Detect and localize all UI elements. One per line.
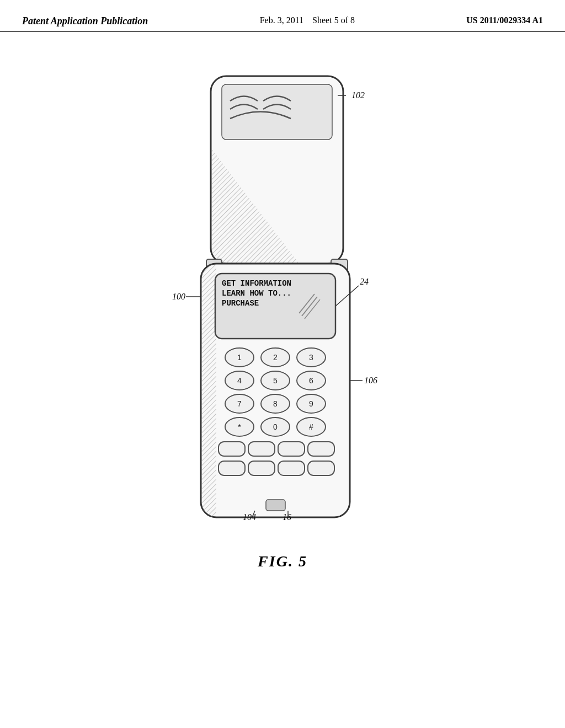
- main-content: GET INFORMATION LEARN HOW TO... PURCHASE…: [0, 32, 565, 561]
- phone-drawing-svg: GET INFORMATION LEARN HOW TO... PURCHASE…: [167, 65, 398, 561]
- svg-text:9: 9: [309, 399, 313, 408]
- svg-text:GET INFORMATION: GET INFORMATION: [222, 279, 291, 288]
- svg-text:1: 1: [237, 353, 242, 362]
- svg-rect-41: [218, 442, 245, 456]
- publication-title: Patent Application Publication: [22, 15, 148, 27]
- svg-text:7: 7: [237, 399, 242, 408]
- svg-text:*: *: [238, 422, 241, 431]
- sheet-info: Sheet 5 of 8: [312, 15, 355, 25]
- svg-rect-47: [278, 461, 305, 475]
- publication-date: Feb. 3, 2011: [260, 15, 303, 25]
- svg-rect-2: [222, 84, 332, 140]
- svg-text:PURCHASE: PURCHASE: [222, 299, 259, 308]
- svg-rect-49: [266, 500, 285, 511]
- svg-text:4: 4: [237, 376, 242, 385]
- patent-number: US 2011/0029334 A1: [466, 15, 543, 25]
- svg-text:LEARN HOW TO...: LEARN HOW TO...: [222, 289, 291, 298]
- svg-text:16: 16: [282, 512, 291, 522]
- svg-text:5: 5: [273, 376, 278, 385]
- svg-text:100: 100: [172, 292, 185, 301]
- patent-figure: GET INFORMATION LEARN HOW TO... PURCHASE…: [167, 65, 398, 561]
- svg-rect-48: [308, 461, 334, 475]
- svg-rect-46: [248, 461, 275, 475]
- page-header: Patent Application Publication Feb. 3, 2…: [0, 0, 565, 32]
- svg-rect-43: [278, 442, 305, 456]
- svg-text:8: 8: [273, 399, 278, 408]
- svg-text:#: #: [309, 422, 313, 431]
- svg-rect-42: [248, 442, 275, 456]
- svg-rect-44: [308, 442, 334, 456]
- svg-text:6: 6: [309, 376, 313, 385]
- svg-text:0: 0: [273, 422, 278, 431]
- svg-rect-9: [201, 264, 216, 517]
- svg-text:106: 106: [364, 376, 377, 385]
- svg-text:3: 3: [309, 353, 313, 362]
- svg-text:24: 24: [360, 277, 369, 286]
- svg-rect-45: [218, 461, 245, 475]
- header-date-sheet: Feb. 3, 2011 Sheet 5 of 8: [260, 15, 355, 25]
- svg-text:102: 102: [351, 90, 365, 100]
- svg-text:2: 2: [273, 353, 278, 362]
